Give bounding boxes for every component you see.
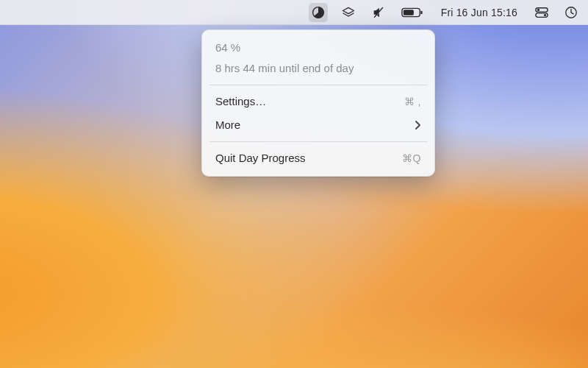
battery-icon <box>401 7 423 18</box>
volume-mute-icon <box>372 6 385 19</box>
menubar-item-control-center[interactable] <box>532 3 551 22</box>
menu-remaining-row: 8 hrs 44 min until end of day <box>202 60 434 80</box>
menubar-datetime[interactable]: Fri 16 Jun 15:16 <box>437 3 522 22</box>
menu-item-quit-label: Quit Day Progress <box>215 149 306 167</box>
menu-item-settings-label: Settings… <box>215 93 266 110</box>
menu-item-more[interactable]: More <box>202 113 434 137</box>
svg-rect-4 <box>420 10 422 14</box>
svg-rect-5 <box>403 10 413 15</box>
menu-item-quit[interactable]: Quit Day Progress ⌘Q <box>202 146 434 170</box>
svg-point-9 <box>544 13 546 15</box>
menu-item-more-label: More <box>215 116 240 134</box>
stack-icon <box>341 6 356 19</box>
clock-icon <box>564 6 578 19</box>
menu-item-settings[interactable]: Settings… ⌘ , <box>202 90 434 113</box>
chevron-right-icon <box>414 120 421 130</box>
menubar-item-sound-muted[interactable] <box>369 3 388 22</box>
menubar-item-day-progress[interactable] <box>309 3 328 22</box>
day-progress-menu: 64 % 8 hrs 44 min until end of day Setti… <box>201 29 435 177</box>
menu-item-settings-shortcut: ⌘ , <box>404 93 421 110</box>
menu-remaining-label: 8 hrs 44 min until end of day <box>215 60 354 77</box>
pie-progress-icon <box>312 6 325 19</box>
menu-separator <box>209 141 427 142</box>
menubar-item-clock[interactable] <box>562 3 581 22</box>
menubar-item-battery[interactable] <box>398 3 426 22</box>
menubar: Fri 16 Jun 15:16 <box>0 0 588 25</box>
menu-percent-row: 64 % <box>202 36 434 60</box>
svg-point-7 <box>537 8 539 10</box>
toggles-icon <box>535 7 548 18</box>
menu-separator <box>209 85 427 85</box>
menubar-datetime-label: Fri 16 Jun 15:16 <box>441 7 517 18</box>
menubar-item-stacks[interactable] <box>338 3 359 22</box>
menu-item-quit-shortcut: ⌘Q <box>402 149 421 167</box>
menu-percent-label: 64 % <box>215 39 240 57</box>
